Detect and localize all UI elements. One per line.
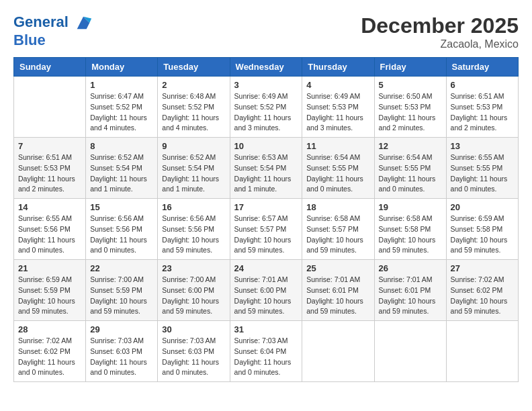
calendar-cell: 25Sunrise: 7:01 AM Sunset: 6:01 PM Dayli… (302, 260, 374, 321)
day-number: 16 (162, 202, 225, 212)
day-info: Sunrise: 6:59 AM Sunset: 5:59 PM Dayligh… (18, 275, 81, 317)
day-info: Sunrise: 6:54 AM Sunset: 5:55 PM Dayligh… (379, 152, 442, 195)
logo-general: General (13, 13, 69, 30)
day-info: Sunrise: 6:56 AM Sunset: 5:56 PM Dayligh… (90, 214, 153, 256)
calendar-cell: 3Sunrise: 6:49 AM Sunset: 5:52 PM Daylig… (230, 77, 302, 138)
day-number: 22 (90, 263, 153, 273)
day-info: Sunrise: 7:03 AM Sunset: 6:03 PM Dayligh… (90, 336, 153, 378)
week-row: 21Sunrise: 6:59 AM Sunset: 5:59 PM Dayli… (14, 260, 519, 321)
day-number: 24 (234, 263, 298, 273)
day-number: 27 (451, 263, 514, 273)
calendar-cell: 29Sunrise: 7:03 AM Sunset: 6:03 PM Dayli… (86, 321, 158, 382)
calendar-cell (374, 321, 446, 382)
calendar-cell: 30Sunrise: 7:03 AM Sunset: 6:03 PM Dayli… (158, 321, 230, 382)
day-number: 8 (90, 141, 153, 151)
day-number: 19 (379, 202, 442, 212)
day-info: Sunrise: 6:58 AM Sunset: 5:58 PM Dayligh… (379, 214, 442, 256)
calendar-table: SundayMondayTuesdayWednesdayThursdayFrid… (13, 57, 519, 382)
calendar-cell: 21Sunrise: 6:59 AM Sunset: 5:59 PM Dayli… (14, 260, 86, 321)
calendar-cell: 31Sunrise: 7:03 AM Sunset: 6:04 PM Dayli… (230, 321, 302, 382)
day-number: 20 (451, 202, 514, 212)
day-info: Sunrise: 7:01 AM Sunset: 6:00 PM Dayligh… (234, 275, 298, 317)
day-info: Sunrise: 6:55 AM Sunset: 5:56 PM Dayligh… (18, 214, 81, 256)
day-info: Sunrise: 7:03 AM Sunset: 6:03 PM Dayligh… (162, 336, 225, 378)
calendar-cell: 27Sunrise: 7:02 AM Sunset: 6:02 PM Dayli… (446, 260, 518, 321)
day-info: Sunrise: 6:57 AM Sunset: 5:57 PM Dayligh… (234, 214, 298, 256)
calendar-cell: 14Sunrise: 6:55 AM Sunset: 5:56 PM Dayli… (14, 199, 86, 260)
header-monday: Monday (86, 58, 158, 77)
calendar-cell: 10Sunrise: 6:53 AM Sunset: 5:54 PM Dayli… (230, 138, 302, 199)
week-row: 28Sunrise: 7:02 AM Sunset: 6:02 PM Dayli… (14, 321, 519, 382)
calendar-cell: 28Sunrise: 7:02 AM Sunset: 6:02 PM Dayli… (14, 321, 86, 382)
day-info: Sunrise: 6:51 AM Sunset: 5:53 PM Dayligh… (451, 91, 514, 134)
week-row: 14Sunrise: 6:55 AM Sunset: 5:56 PM Dayli… (14, 199, 519, 260)
calendar-cell: 1Sunrise: 6:47 AM Sunset: 5:52 PM Daylig… (86, 77, 158, 138)
day-number: 31 (234, 324, 298, 334)
day-info: Sunrise: 7:01 AM Sunset: 6:01 PM Dayligh… (379, 275, 442, 317)
calendar-cell (446, 321, 518, 382)
day-number: 6 (451, 80, 514, 90)
day-number: 4 (306, 80, 369, 90)
day-number: 11 (306, 141, 369, 151)
day-info: Sunrise: 6:58 AM Sunset: 5:57 PM Dayligh… (306, 214, 369, 256)
logo: General Blue (13, 13, 93, 48)
day-info: Sunrise: 7:02 AM Sunset: 6:02 PM Dayligh… (451, 275, 514, 317)
day-info: Sunrise: 7:03 AM Sunset: 6:04 PM Dayligh… (234, 336, 298, 378)
day-info: Sunrise: 6:56 AM Sunset: 5:56 PM Dayligh… (162, 214, 225, 256)
day-number: 30 (162, 324, 225, 334)
header-sunday: Sunday (14, 58, 86, 77)
logo-blue: Blue (13, 32, 93, 48)
calendar-header: SundayMondayTuesdayWednesdayThursdayFrid… (14, 58, 519, 77)
header-saturday: Saturday (446, 58, 518, 77)
calendar-body: 1Sunrise: 6:47 AM Sunset: 5:52 PM Daylig… (14, 77, 519, 382)
day-info: Sunrise: 7:00 AM Sunset: 5:59 PM Dayligh… (90, 275, 153, 317)
header-thursday: Thursday (302, 58, 374, 77)
day-number: 13 (451, 141, 514, 151)
month-title: December 2025 (361, 13, 519, 38)
day-number: 5 (379, 80, 442, 90)
calendar-cell: 26Sunrise: 7:01 AM Sunset: 6:01 PM Dayli… (374, 260, 446, 321)
day-number: 10 (234, 141, 298, 151)
day-number: 25 (306, 263, 369, 273)
day-number: 28 (18, 324, 81, 334)
day-info: Sunrise: 6:55 AM Sunset: 5:55 PM Dayligh… (451, 152, 514, 195)
calendar-cell: 19Sunrise: 6:58 AM Sunset: 5:58 PM Dayli… (374, 199, 446, 260)
day-info: Sunrise: 6:53 AM Sunset: 5:54 PM Dayligh… (234, 152, 298, 195)
day-info: Sunrise: 7:02 AM Sunset: 6:02 PM Dayligh… (18, 336, 81, 378)
logo-icon (74, 13, 93, 32)
day-info: Sunrise: 6:52 AM Sunset: 5:54 PM Dayligh… (162, 152, 225, 195)
calendar-cell: 12Sunrise: 6:54 AM Sunset: 5:55 PM Dayli… (374, 138, 446, 199)
calendar-cell: 18Sunrise: 6:58 AM Sunset: 5:57 PM Dayli… (302, 199, 374, 260)
day-number: 1 (90, 80, 153, 90)
header-friday: Friday (374, 58, 446, 77)
day-number: 23 (162, 263, 225, 273)
calendar-cell: 2Sunrise: 6:48 AM Sunset: 5:52 PM Daylig… (158, 77, 230, 138)
day-info: Sunrise: 7:01 AM Sunset: 6:01 PM Dayligh… (306, 275, 369, 317)
day-info: Sunrise: 6:54 AM Sunset: 5:55 PM Dayligh… (306, 152, 369, 195)
calendar-cell (14, 77, 86, 138)
calendar-cell: 23Sunrise: 7:00 AM Sunset: 6:00 PM Dayli… (158, 260, 230, 321)
day-number: 29 (90, 324, 153, 334)
logo-text: General (13, 13, 93, 32)
calendar-cell: 6Sunrise: 6:51 AM Sunset: 5:53 PM Daylig… (446, 77, 518, 138)
day-info: Sunrise: 6:50 AM Sunset: 5:53 PM Dayligh… (379, 91, 442, 134)
day-number: 21 (18, 263, 81, 273)
calendar-cell: 11Sunrise: 6:54 AM Sunset: 5:55 PM Dayli… (302, 138, 374, 199)
calendar-cell: 16Sunrise: 6:56 AM Sunset: 5:56 PM Dayli… (158, 199, 230, 260)
calendar-cell: 8Sunrise: 6:52 AM Sunset: 5:54 PM Daylig… (86, 138, 158, 199)
day-number: 12 (379, 141, 442, 151)
calendar-cell: 15Sunrise: 6:56 AM Sunset: 5:56 PM Dayli… (86, 199, 158, 260)
day-info: Sunrise: 6:51 AM Sunset: 5:53 PM Dayligh… (18, 152, 81, 195)
day-info: Sunrise: 6:48 AM Sunset: 5:52 PM Dayligh… (162, 91, 225, 134)
day-info: Sunrise: 6:52 AM Sunset: 5:54 PM Dayligh… (90, 152, 153, 195)
header-row: SundayMondayTuesdayWednesdayThursdayFrid… (14, 58, 519, 77)
header-tuesday: Tuesday (158, 58, 230, 77)
calendar-cell: 22Sunrise: 7:00 AM Sunset: 5:59 PM Dayli… (86, 260, 158, 321)
day-number: 18 (306, 202, 369, 212)
day-number: 3 (234, 80, 298, 90)
calendar-cell: 5Sunrise: 6:50 AM Sunset: 5:53 PM Daylig… (374, 77, 446, 138)
day-number: 9 (162, 141, 225, 151)
calendar-cell: 24Sunrise: 7:01 AM Sunset: 6:00 PM Dayli… (230, 260, 302, 321)
calendar-cell: 4Sunrise: 6:49 AM Sunset: 5:53 PM Daylig… (302, 77, 374, 138)
day-number: 15 (90, 202, 153, 212)
